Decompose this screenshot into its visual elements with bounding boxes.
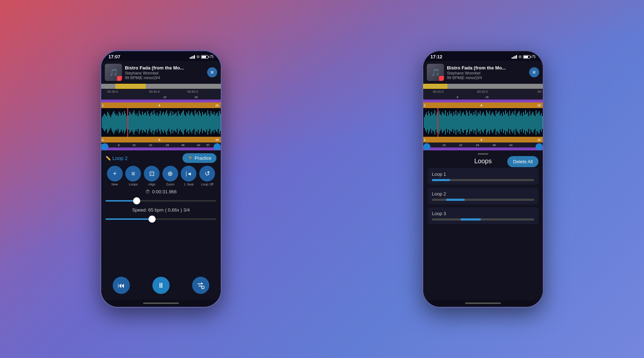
align-icon[interactable]: ⊡: [144, 166, 160, 182]
loop-handle-right-1[interactable]: [214, 143, 221, 150]
svg-rect-226: [536, 110, 536, 135]
skip-back-button[interactable]: ⏮: [113, 277, 130, 294]
slider-thumb[interactable]: [133, 197, 140, 204]
new-button[interactable]: + New: [107, 166, 123, 186]
close-button-2[interactable]: ✕: [529, 67, 539, 77]
album-art-2: 🎵: [427, 64, 444, 81]
close-button-1[interactable]: ✕: [207, 67, 217, 77]
loop-item-2[interactable]: Loop 2: [428, 188, 538, 204]
signal-icon-2: [512, 55, 517, 59]
loops-icon[interactable]: ≡: [125, 166, 141, 182]
svg-rect-33: [133, 110, 134, 135]
svg-rect-125: [429, 113, 430, 131]
edit-pencil-icon[interactable]: ✏️: [106, 156, 111, 161]
loop-header-1: ✏️ Loop 2 🏃 Practice: [106, 153, 216, 163]
phone-2-content: 🎵 Bistro Fada (from the Mo... Stephane W…: [423, 61, 543, 300]
phone-1-shell: 17:07 ⊜ 75 🎵: [100, 50, 222, 308]
svg-rect-39: [140, 114, 141, 131]
svg-rect-166: [473, 115, 473, 130]
status-bar-2: 17:12 ⊜ 75: [423, 51, 543, 61]
svg-rect-228: [538, 112, 538, 132]
track-artist-1: Stephane Wrembel: [125, 71, 204, 75]
svg-rect-81: [184, 115, 185, 130]
loop-handle-left-2[interactable]: [423, 143, 430, 150]
svg-rect-52: [153, 110, 154, 135]
waveform-canvas-1[interactable]: [101, 108, 221, 137]
svg-rect-11: [111, 117, 111, 128]
svg-rect-13: [112, 112, 113, 132]
loop-1-name: Loop 1: [432, 171, 534, 177]
loops-button[interactable]: ≡ Loops: [125, 166, 141, 186]
svg-rect-185: [493, 112, 493, 133]
svg-rect-93: [197, 112, 197, 132]
svg-rect-40: [141, 115, 142, 130]
speed-slider-track: [106, 218, 216, 220]
svg-rect-99: [203, 115, 204, 130]
svg-rect-220: [530, 111, 530, 134]
svg-rect-199: [507, 112, 508, 132]
svg-rect-209: [518, 112, 518, 132]
loop-item-1[interactable]: Loop 1: [428, 168, 538, 185]
svg-rect-4: [103, 115, 104, 130]
status-time-1: 17:07: [108, 54, 120, 59]
align-label: Align: [148, 183, 155, 186]
new-icon[interactable]: +: [107, 166, 123, 182]
svg-rect-107: [211, 113, 212, 132]
speed-display: Speed: 65 bpm ( 0,66x ) 3/4: [106, 207, 216, 213]
speed-slider-thumb[interactable]: [148, 216, 156, 223]
svg-rect-167: [473, 112, 474, 133]
svg-rect-161: [467, 112, 468, 132]
svg-rect-163: [469, 111, 470, 134]
pause-button[interactable]: ⏸: [152, 277, 170, 294]
beat-numbers-top-1: 22 29: [101, 95, 221, 100]
svg-rect-113: [218, 116, 219, 129]
svg-rect-154: [460, 111, 460, 134]
time-display: ⏱ 0:00:31.966: [106, 189, 216, 194]
loop-item-3[interactable]: Loop 3: [428, 207, 538, 224]
svg-rect-179: [486, 110, 487, 135]
svg-rect-51: [152, 115, 153, 130]
track-info-2: Bistro Fada (from the Mo... Stephane Wre…: [447, 65, 526, 80]
svg-rect-64: [166, 110, 167, 135]
beat-button[interactable]: |◄ 1. beat: [181, 166, 196, 186]
svg-rect-96: [200, 113, 201, 132]
loop-off-label: Loop Off: [201, 183, 213, 186]
svg-rect-115: [220, 114, 221, 131]
svg-rect-216: [525, 110, 526, 135]
position-slider[interactable]: [106, 197, 216, 204]
loop-handle-right-2[interactable]: [536, 143, 543, 150]
timeline-overview-1[interactable]: [101, 84, 221, 89]
zoom-button[interactable]: ⊕ Zoom: [162, 166, 178, 186]
phone-2: 17:12 ⊜ 75 🎵: [422, 50, 544, 308]
svg-rect-162: [468, 116, 469, 129]
loop-bar-1: 1 8 15: [101, 102, 221, 108]
svg-rect-75: [178, 111, 179, 134]
loop-handle-left-1[interactable]: [101, 143, 108, 150]
waveform-area-1[interactable]: 00:30.0 00:40.0 00:50.0 22 29 1 8 15: [101, 89, 221, 150]
waveform-area-2[interactable]: 00:10.0 00:20.0 00: 8 15 1 8 15: [423, 89, 543, 150]
align-button[interactable]: ⊡ Align: [144, 166, 160, 186]
phone-1: 17:07 ⊜ 75 🎵: [100, 50, 222, 308]
svg-text:∞: ∞: [202, 287, 204, 289]
svg-rect-174: [481, 115, 482, 130]
svg-rect-128: [433, 115, 433, 130]
loop-name-label: Loop 2: [112, 155, 128, 161]
svg-rect-188: [496, 110, 496, 135]
loop-toggle-button[interactable]: ∞: [192, 277, 209, 294]
timeline-overview-2[interactable]: [423, 84, 543, 89]
svg-rect-219: [528, 116, 529, 129]
speed-slider[interactable]: [106, 216, 216, 223]
loop-off-icon[interactable]: ↺: [199, 166, 215, 182]
svg-rect-146: [452, 113, 452, 132]
svg-rect-186: [493, 115, 494, 130]
svg-rect-77: [180, 115, 181, 130]
phone-2-shell: 17:12 ⊜ 75 🎵: [422, 50, 544, 308]
practice-button[interactable]: 🏃 Practice: [182, 153, 216, 163]
beat-icon[interactable]: |◄: [181, 166, 196, 182]
loop-off-button[interactable]: ↺ Loop Off: [199, 166, 215, 186]
svg-rect-156: [462, 113, 463, 132]
loops-label: Loops: [129, 183, 138, 186]
delete-all-button[interactable]: Delete All: [507, 156, 538, 167]
waveform-canvas-2[interactable]: [423, 108, 543, 137]
zoom-icon[interactable]: ⊕: [162, 166, 178, 182]
